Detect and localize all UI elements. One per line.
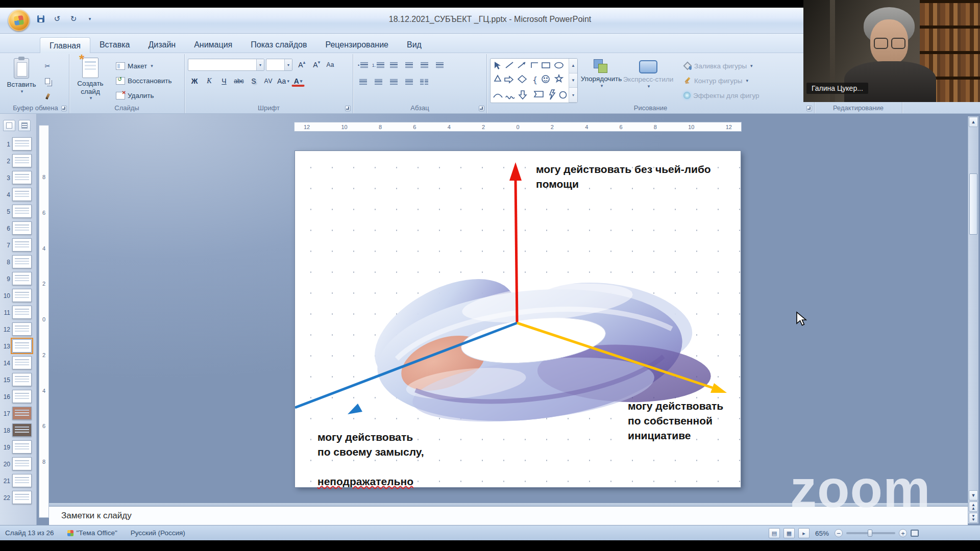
format-painter-button[interactable] (41, 90, 54, 103)
previous-slide-button[interactable]: ▲▲ (969, 502, 978, 512)
new-slide-button[interactable]: Создать слайд ▾ (72, 56, 108, 103)
slide-thumbnail-8[interactable]: 8 (2, 255, 36, 268)
gallery-more-button[interactable]: ▾ (569, 88, 577, 103)
slide-thumbnail-6[interactable]: 6 (2, 221, 36, 235)
shape-effects-button[interactable]: Эффекты для фигур (680, 89, 763, 102)
slide-text-top[interactable]: могу действовать без чьей-либо помощи (536, 162, 711, 192)
scroll-up-button[interactable]: ▲ (969, 117, 978, 127)
slide-thumbnail-17[interactable]: 17 (2, 407, 36, 420)
paragraph-dialog-launcher[interactable] (479, 106, 484, 111)
layout-button[interactable]: Макет ▾ (112, 60, 175, 72)
align-right-button[interactable] (387, 76, 400, 88)
font-name-dropdown-icon[interactable]: ▾ (256, 59, 264, 70)
shapes-gallery[interactable]: { ▲ ▼ ▾ (490, 58, 578, 103)
slide-thumbnail-2[interactable]: 2 (2, 154, 36, 167)
slide-thumbnail-20[interactable]: 20 (2, 457, 36, 470)
scroll-down-button[interactable]: ▼ (969, 490, 978, 500)
gallery-scroll-up-button[interactable]: ▲ (569, 59, 577, 73)
arrange-button[interactable]: Упорядочить ▾ (581, 56, 622, 103)
grow-font-button[interactable]: А▲ (294, 59, 307, 71)
line-spacing-button[interactable] (418, 59, 431, 71)
columns-button[interactable] (418, 76, 431, 88)
bullets-button[interactable]: • (356, 59, 370, 71)
text-shadow-button[interactable]: S (247, 75, 260, 87)
slide-thumbnail-12[interactable]: 12 (2, 322, 36, 336)
shape-fill-button[interactable]: Заливка фигуры ▾ (680, 60, 763, 72)
font-size-combo[interactable]: ▾ (266, 59, 292, 71)
normal-view-button[interactable]: ▤ (769, 528, 780, 538)
tab-Вставка[interactable]: Вставка (90, 37, 139, 53)
clipboard-dialog-launcher[interactable] (61, 106, 67, 111)
slide-thumbnail-13[interactable]: 13 (2, 339, 36, 353)
zoom-out-button[interactable]: − (835, 529, 843, 537)
zoom-in-button[interactable]: + (899, 529, 907, 537)
slide-thumbnail-11[interactable]: 11 (2, 306, 36, 319)
thumbnail-number: 13 (2, 339, 10, 350)
slide-thumbnail-5[interactable]: 5 (2, 205, 36, 218)
vertical-scrollbar[interactable]: ▲ ▼ ▲▲ ▼▼ (968, 116, 978, 523)
fit-to-window-button[interactable] (911, 530, 919, 537)
font-size-dropdown-icon[interactable]: ▾ (284, 59, 292, 70)
change-case-button[interactable]: Аа▾ (277, 75, 290, 87)
text-direction-button[interactable] (433, 59, 446, 71)
bold-button[interactable]: Ж (188, 75, 201, 87)
justify-button[interactable] (402, 76, 415, 88)
cut-button[interactable]: ✂ (41, 60, 54, 72)
tab-Анимация[interactable]: Анимация (185, 37, 241, 53)
quick-styles-button[interactable]: Экспресс-стили ▾ (622, 56, 675, 103)
clear-formatting-button[interactable]: Аа (324, 59, 337, 71)
strikethrough-button[interactable]: abc (232, 75, 246, 87)
scrollbar-thumb[interactable] (969, 173, 977, 235)
zoom-level[interactable]: 65% (815, 530, 829, 537)
slide-thumbnail-1[interactable]: 1 (2, 137, 36, 151)
outline-tab-icon (21, 122, 28, 129)
underline-button[interactable]: Ч (217, 75, 231, 87)
slide-thumbnail-14[interactable]: 14 (2, 356, 36, 369)
tab-Рецензирование[interactable]: Рецензирование (316, 37, 398, 53)
slide-thumbnail-21[interactable]: 21 (2, 474, 36, 487)
gallery-scroll-down-button[interactable]: ▼ (569, 73, 577, 88)
slide-thumbnail-10[interactable]: 10 (2, 289, 36, 302)
copy-button[interactable] (41, 75, 54, 87)
decrease-indent-button[interactable] (387, 59, 400, 71)
slide-thumbnail-3[interactable]: 3 (2, 171, 36, 184)
slide-thumbnail-15[interactable]: 15 (2, 373, 36, 386)
slides-tab[interactable] (3, 120, 15, 131)
slide-thumbnail-7[interactable]: 7 (2, 238, 36, 252)
shrink-font-button[interactable]: А▼ (309, 59, 322, 71)
font-color-button[interactable]: А▾ (291, 77, 305, 87)
font-dialog-launcher[interactable] (345, 106, 351, 111)
numbering-button[interactable]: 1. (372, 59, 385, 71)
slide-thumbnail-18[interactable]: 18 (2, 423, 36, 437)
tab-Вид[interactable]: Вид (398, 37, 431, 53)
slide-sorter-view-button[interactable]: ▦ (783, 528, 795, 538)
tab-Дизайн[interactable]: Дизайн (139, 37, 185, 53)
slide-thumbnail-16[interactable]: 16 (2, 390, 36, 403)
slide-text-right[interactable]: могу действовать по собственной инициати… (628, 399, 723, 443)
slideshow-view-button[interactable]: ▸ (798, 528, 810, 538)
tab-Главная[interactable]: Главная (40, 37, 90, 53)
paste-button[interactable]: Вставить ▾ (5, 56, 38, 103)
next-slide-button[interactable]: ▼▼ (969, 513, 978, 523)
delete-slide-button[interactable]: Удалить (112, 89, 175, 102)
slide-canvas[interactable]: могу действовать без чьей-либо помощи мо… (295, 151, 741, 487)
zoom-slider-thumb[interactable] (868, 530, 872, 537)
italic-button[interactable]: К (203, 75, 216, 87)
outline-tab[interactable] (18, 120, 31, 131)
slide-thumbnail-22[interactable]: 22 (2, 491, 36, 504)
shape-outline-button[interactable]: Контур фигуры ▾ (680, 74, 763, 87)
character-spacing-button[interactable]: AV (262, 75, 275, 87)
align-center-button[interactable] (372, 76, 385, 88)
zoom-slider[interactable] (846, 532, 895, 534)
tab-Показ слайдов[interactable]: Показ слайдов (241, 37, 316, 53)
reset-slide-button[interactable]: Восстановить (112, 74, 175, 87)
slide-text-left[interactable]: могу действовать по своему замыслу, непо… (317, 415, 424, 489)
font-name-combo[interactable]: ▾ (188, 59, 264, 71)
slide-thumbnail-4[interactable]: 4 (2, 188, 36, 201)
align-left-button[interactable] (356, 76, 370, 88)
slide-thumbnail-9[interactable]: 9 (2, 272, 36, 285)
reset-label: Восстановить (128, 77, 172, 85)
increase-indent-button[interactable] (402, 59, 415, 71)
slide-thumbnail-19[interactable]: 19 (2, 440, 36, 454)
drawing-dialog-launcher[interactable] (806, 106, 812, 111)
